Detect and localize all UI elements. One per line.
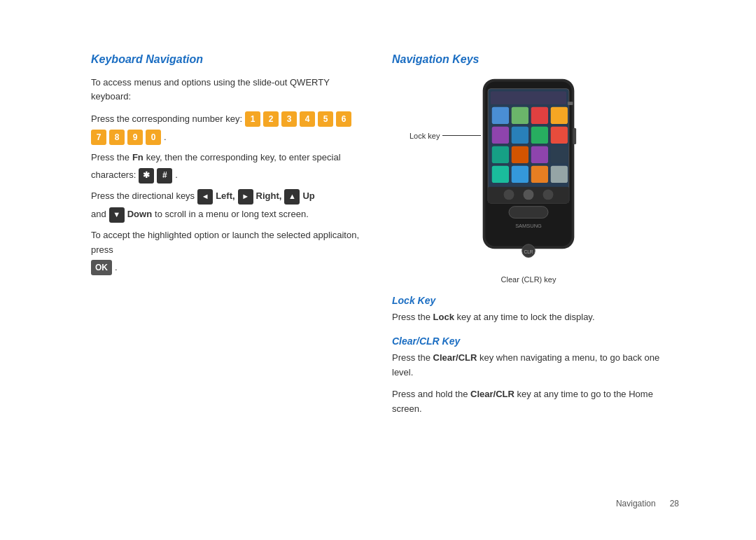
svg-rect-28 <box>568 102 573 105</box>
key-3: 3 <box>281 111 297 127</box>
right-label: Right, <box>256 189 282 204</box>
down-label: Down <box>127 207 152 222</box>
and-text: and <box>91 207 106 222</box>
fn-key-row: Press the Fn key, then the corresponding… <box>91 151 364 165</box>
right-key: ► <box>238 189 253 205</box>
svg-rect-2 <box>488 88 569 202</box>
up-key: ▲ <box>284 189 300 205</box>
svg-rect-5 <box>492 106 509 123</box>
key-0: 0 <box>146 130 161 145</box>
key-5: 5 <box>318 111 333 127</box>
svg-rect-18 <box>512 165 528 182</box>
fn-suffix: key, then the corresponding key, to ente… <box>146 151 341 165</box>
period2: . <box>175 168 178 183</box>
svg-point-23 <box>524 189 534 200</box>
scroll-text: to scroll in a menu or long text screen. <box>155 207 309 222</box>
period: . <box>164 130 167 145</box>
svg-rect-20 <box>551 165 568 182</box>
press-dir-text: Press the directional keys <box>91 189 195 204</box>
nav-keys-title: Navigation Keys <box>392 53 665 66</box>
svg-rect-16 <box>551 146 568 162</box>
svg-rect-10 <box>512 126 528 143</box>
up-label: Up <box>302 189 314 204</box>
lock-bold: Lock <box>433 312 454 322</box>
svg-rect-9 <box>492 126 509 143</box>
footer: Navigation 28 <box>616 499 679 508</box>
svg-point-22 <box>504 189 514 200</box>
clr-bold2: Clear/CLR <box>470 389 514 399</box>
accept-text: To accept the highlighted option or laun… <box>91 228 364 258</box>
footer-page: 28 <box>670 499 679 508</box>
keyboard-nav-title: Keyboard Navigation <box>91 53 364 66</box>
key-hash: # <box>157 168 172 184</box>
footer-label: Navigation <box>616 499 656 508</box>
phone-illustration: Lock key <box>458 76 598 284</box>
left-key: ◄ <box>197 189 213 205</box>
phone-svg: SAMSUNG CLR <box>458 76 598 272</box>
svg-text:SAMSUNG: SAMSUNG <box>515 222 542 228</box>
svg-rect-7 <box>531 106 548 123</box>
directional-keys-row: Press the directional keys ◄ Left, ► Rig… <box>91 189 364 205</box>
number-keys-row: Press the corresponding number key: 1 2 … <box>91 111 364 127</box>
svg-text:CLR: CLR <box>524 249 533 254</box>
left-label: Left, <box>216 189 234 204</box>
svg-rect-13 <box>492 146 509 162</box>
accept-row: To accept the highlighted option or laun… <box>91 228 364 276</box>
svg-point-24 <box>543 189 554 200</box>
svg-rect-6 <box>512 106 528 123</box>
key-2: 2 <box>263 111 279 127</box>
clr-desc2: Press and hold the Clear/CLR key at any … <box>392 387 665 417</box>
down-key-row: and ▼ Down to scroll in a menu or long t… <box>91 207 364 223</box>
svg-rect-12 <box>551 126 568 143</box>
left-column: Keyboard Navigation To access menus and … <box>91 46 364 494</box>
para1: To access menus and options using the sl… <box>91 76 364 105</box>
svg-rect-8 <box>551 106 568 123</box>
special-chars-row: characters: ✱ # . <box>91 168 364 184</box>
svg-rect-25 <box>509 206 548 218</box>
press-fn-text: Press the <box>91 151 130 165</box>
down-key: ▼ <box>109 207 125 223</box>
number-keys-row2: 7 8 9 0 . <box>91 130 364 145</box>
lock-key-label: Lock key <box>410 132 481 140</box>
press-number-text: Press the corresponding number key: <box>91 112 242 127</box>
lock-key-desc: Press the Lock key at any time to lock t… <box>392 310 665 325</box>
key-7: 7 <box>91 130 106 145</box>
svg-rect-27 <box>573 127 576 144</box>
svg-rect-4 <box>491 91 566 104</box>
key-1: 1 <box>245 111 260 127</box>
svg-rect-15 <box>531 146 548 162</box>
svg-rect-17 <box>492 165 509 182</box>
accept-suffix: . <box>115 261 118 275</box>
characters-text: characters: <box>91 168 136 183</box>
clr-bold1: Clear/CLR <box>433 352 477 363</box>
ok-key: OK <box>91 260 112 275</box>
key-9: 9 <box>127 130 143 145</box>
clr-key-label: Clear (CLR) key <box>458 275 598 284</box>
key-8: 8 <box>109 130 125 145</box>
svg-rect-14 <box>512 146 528 162</box>
page: Keyboard Navigation To access menus and … <box>63 25 693 515</box>
key-4: 4 <box>300 111 315 127</box>
key-star: ✱ <box>139 168 154 184</box>
right-column: Navigation Keys Lock key <box>392 46 665 494</box>
lock-key-title: Lock Key <box>392 295 665 306</box>
svg-rect-11 <box>531 126 548 143</box>
svg-rect-19 <box>531 165 548 182</box>
key-6: 6 <box>336 111 351 127</box>
clr-desc1: Press the Clear/CLR key when navigating … <box>392 351 665 380</box>
clr-key-title: Clear/CLR Key <box>392 335 665 347</box>
fn-key-label: Fn <box>132 151 144 165</box>
